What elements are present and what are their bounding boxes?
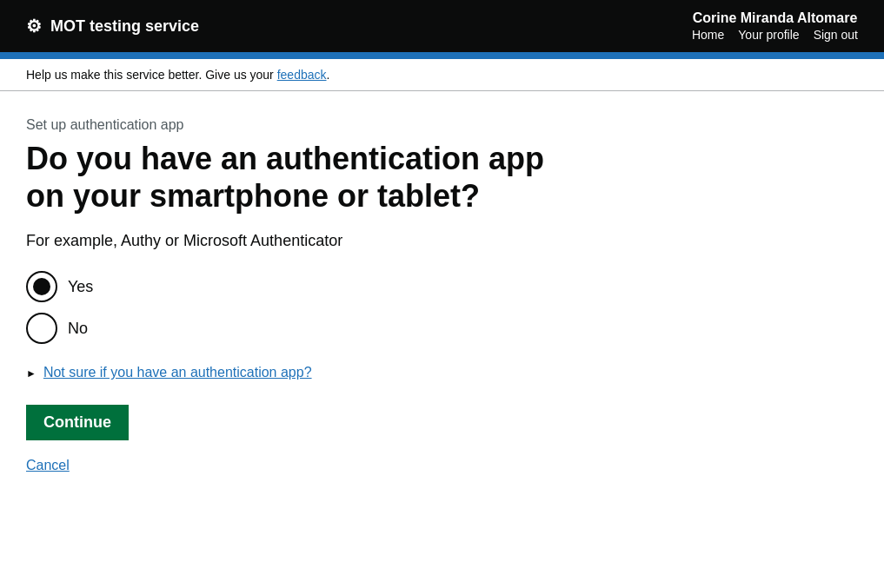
header-nav: Home Your profile Sign out (692, 28, 858, 42)
blue-accent-bar (0, 52, 884, 59)
signout-nav-link[interactable]: Sign out (814, 28, 858, 42)
cancel-link[interactable]: Cancel (26, 458, 582, 473)
details-arrow-icon: ► (26, 367, 37, 380)
continue-button[interactable]: Continue (26, 405, 129, 440)
service-logo: ⚙ MOT testing service (26, 16, 199, 36)
crown-icon: ⚙ (26, 16, 42, 36)
profile-nav-link[interactable]: Your profile (738, 28, 799, 42)
site-header: ⚙ MOT testing service Corine Miranda Alt… (0, 0, 884, 52)
radio-yes-item[interactable]: Yes (26, 271, 582, 302)
service-name: MOT testing service (50, 17, 199, 36)
main-content: Set up authentication app Do you have an… (0, 91, 608, 499)
details-link[interactable]: Not sure if you have an authentication a… (43, 365, 312, 380)
radio-yes-dot (33, 278, 50, 295)
feedback-text: Help us make this service better. Give u… (26, 68, 277, 82)
page-title: Do you have an authentication app on you… (26, 140, 582, 215)
details-section: ► Not sure if you have an authentication… (26, 365, 582, 380)
breadcrumb: Set up authentication app (26, 117, 582, 133)
feedback-bar: Help us make this service better. Give u… (0, 59, 884, 91)
feedback-link[interactable]: feedback (277, 68, 327, 82)
radio-group: Yes No (26, 271, 582, 344)
radio-no-item[interactable]: No (26, 313, 582, 344)
home-nav-link[interactable]: Home (692, 28, 724, 42)
feedback-period: . (327, 68, 330, 82)
radio-no-indicator (26, 313, 57, 344)
username-display: Corine Miranda Altomare (692, 10, 858, 26)
subtitle-text: For example, Authy or Microsoft Authenti… (26, 232, 582, 250)
radio-no-label: No (68, 320, 88, 338)
radio-yes-indicator (26, 271, 57, 302)
radio-yes-label: Yes (68, 278, 93, 296)
user-section: Corine Miranda Altomare Home Your profil… (692, 10, 858, 42)
